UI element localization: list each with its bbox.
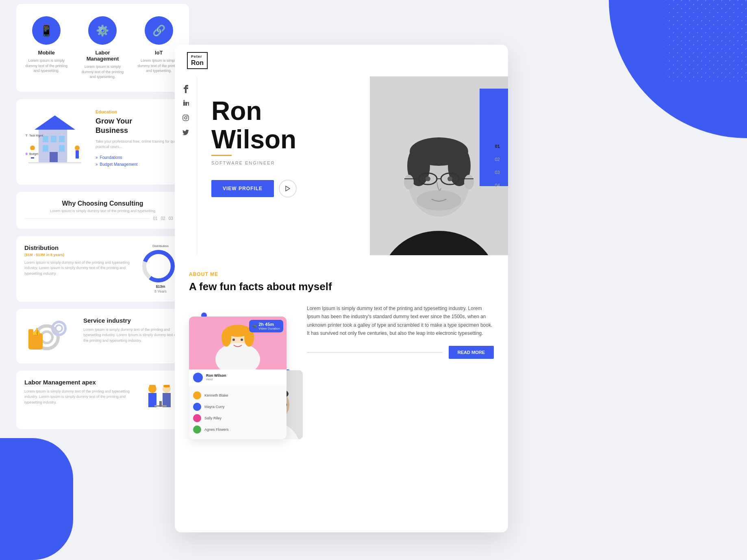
svg-text:Task Mgmt: Task Mgmt: [29, 134, 43, 137]
about-label: ABOUT ME: [189, 271, 494, 277]
svg-point-26: [56, 325, 62, 332]
why-step-02: 02: [161, 216, 165, 221]
read-more-separator: [307, 352, 443, 353]
nav-dot-01[interactable]: 01: [495, 144, 500, 149]
svg-rect-34: [163, 393, 171, 407]
chat-avatar-1: [193, 391, 201, 399]
instagram-icon[interactable]: [182, 114, 190, 122]
about-description: Lorem Ipsum is simply dummy text of the …: [307, 304, 494, 338]
read-more-row: READ MORE: [307, 346, 494, 359]
svg-text:Budget: Budget: [29, 152, 38, 156]
distribution-desc: Lorem Ipsum is simply dummy text of the …: [24, 260, 132, 277]
svg-rect-31: [148, 393, 156, 407]
about-visual-area: 📹 2h 45m Video Duration Ron Wilson H: [189, 304, 295, 439]
hero-buttons: VIEW PROFILE: [211, 180, 356, 198]
feature-card-mobile: 📱 Mobile Lorem Ipsum is simply dummy tex…: [22, 16, 70, 80]
about-text-area: Lorem Ipsum is simply dummy text of the …: [307, 304, 494, 359]
labor-section: Labor Management apex Lorem Ipsum is sim…: [16, 371, 189, 429]
chat-item-4: Agnes Flowers: [193, 424, 282, 435]
portfolio-header: Peter Ron: [175, 45, 508, 76]
labor-card-desc: Lorem Ipsum is simply dummy text of the …: [78, 64, 126, 80]
portfolio-hero-section: Ron Wilson SOFTWARE ENGINEER VIEW PROFIL…: [175, 76, 508, 255]
chat-name-2: Mayra Curry: [204, 405, 225, 409]
video-duration-label: Video Duration: [258, 327, 280, 330]
portfolio-logo: Peter Ron: [187, 52, 208, 69]
service-title: Service industry: [83, 317, 181, 324]
mobile-card-desc: Lorem Ipsum is simply dummy text of the …: [22, 58, 70, 74]
distribution-content: Distribution ($1M - $13M in 8 years) Lor…: [24, 244, 132, 277]
svg-text:👍: 👍: [32, 327, 41, 336]
feature-card-labor: ⚙️ Labor Management Lorem Ipsum is simpl…: [78, 16, 126, 80]
about-title: A few fun facts about myself: [189, 280, 494, 293]
svg-point-40: [185, 117, 187, 119]
logo-line1: Peter: [191, 54, 204, 59]
svg-point-24: [41, 332, 52, 343]
chat-item-2: Mayra Curry: [193, 401, 282, 412]
svg-point-58: [417, 190, 461, 211]
svg-point-11: [30, 145, 35, 150]
linkedin-icon[interactable]: [182, 99, 190, 107]
education-link-budget[interactable]: Budget Management: [96, 161, 181, 168]
chat-name-3: Sally Riley: [204, 416, 221, 420]
video-card-image: 📹 2h 45m Video Duration: [189, 317, 287, 369]
view-profile-button[interactable]: VIEW PROFILE: [211, 180, 274, 197]
hero-content: Ron Wilson SOFTWARE ENGINEER VIEW PROFIL…: [197, 76, 370, 255]
facebook-icon[interactable]: [182, 85, 190, 93]
labor-title: Labor Management apex: [24, 379, 134, 386]
nav-dot-02[interactable]: 02: [495, 157, 500, 162]
read-more-button[interactable]: READ MORE: [449, 346, 494, 359]
svg-point-56: [426, 176, 430, 181]
left-consulting-panel: 📱 Mobile Lorem Ipsum is simply dummy tex…: [16, 0, 189, 560]
host-avatar: [193, 373, 203, 382]
labor-icon: ⚙️: [96, 24, 109, 37]
svg-rect-8: [43, 145, 48, 152]
video-host-info: Ron Wilson Host: [189, 369, 287, 386]
hero-navigation-dots: 01 02 03 04: [495, 144, 500, 188]
play-button[interactable]: [279, 180, 297, 198]
service-desc: Lorem Ipsum is simply dummy text of the …: [83, 327, 181, 344]
distribution-subtitle: ($1M - $13M in 8 years): [24, 253, 132, 257]
iot-icon-circle: 🔗: [145, 16, 173, 45]
labor-content: Labor Management apex Lorem Ipsum is sim…: [24, 379, 134, 406]
nav-dot-03[interactable]: 03: [495, 170, 500, 175]
host-role: Host: [206, 378, 226, 381]
svg-rect-9: [59, 145, 65, 152]
video-camera-icon: 📹: [252, 324, 257, 328]
svg-rect-32: [149, 385, 156, 387]
iot-icon: 🔗: [152, 24, 165, 37]
mobile-icon: 📱: [40, 24, 53, 37]
hero-blue-decoration: [480, 89, 508, 186]
svg-point-50: [464, 175, 474, 189]
education-label: Education: [96, 109, 181, 114]
distribution-section: Distribution ($1M - $13M in 8 years) Lor…: [16, 236, 189, 302]
education-links: Foundations Budget Management: [96, 154, 181, 168]
portfolio-social-sidebar: [175, 76, 197, 255]
why-line-separator: [24, 218, 150, 219]
svg-rect-2: [28, 162, 81, 163]
why-step-03: 03: [169, 216, 173, 221]
service-content: Service industry Lorem Ipsum is simply d…: [83, 317, 181, 344]
education-link-foundations[interactable]: Foundations: [96, 154, 181, 161]
hero-last-name: Wilson: [211, 125, 296, 154]
twitter-icon[interactable]: [182, 128, 190, 137]
svg-text:T: T: [26, 134, 28, 137]
svg-rect-37: [159, 401, 162, 407]
nav-dot-04[interactable]: 04: [495, 183, 500, 188]
labor-icon-circle: ⚙️: [88, 16, 117, 45]
about-content: 📹 2h 45m Video Duration Ron Wilson H: [189, 304, 494, 439]
hero-photo-area: [370, 76, 508, 255]
hero-name: Ron Wilson: [211, 97, 356, 154]
why-consulting-section: Why Choosing Consulting Lorem Ipsum is s…: [16, 192, 189, 229]
svg-point-63: [221, 329, 231, 347]
hero-first-name: Ron: [211, 96, 262, 126]
host-name: Ron Wilson: [206, 373, 226, 378]
chat-item-1: Kenneth Blake: [193, 390, 282, 401]
labor-card-title: Labor Management: [78, 50, 126, 62]
why-consulting-desc: Lorem Ipsum is simply dummy text of the …: [24, 209, 181, 213]
portfolio-panel: Peter Ron: [175, 45, 508, 532]
labor-desc: Lorem Ipsum is simply dummy text of the …: [24, 389, 134, 406]
svg-rect-14: [76, 150, 79, 158]
chat-avatar-3: [193, 414, 201, 422]
logo-line2: Ron: [191, 59, 204, 67]
bg-decoration-top-right: [609, 0, 747, 138]
